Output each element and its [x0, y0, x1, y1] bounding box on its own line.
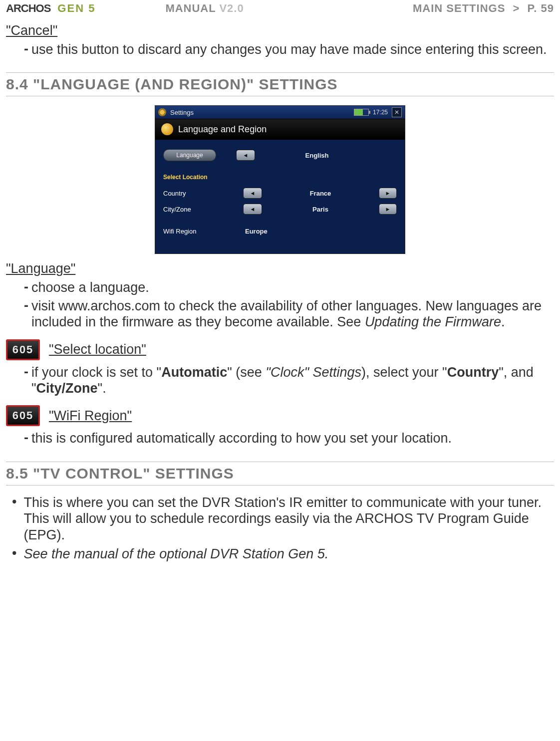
select-location-heading: "Select location" — [49, 342, 146, 357]
model-605-badge: 605 — [6, 339, 40, 360]
battery-icon — [354, 109, 369, 116]
list-text: visit www.archos.com to check the availa… — [31, 298, 554, 330]
breadcrumb: MAIN SETTINGS > P. 59 — [413, 2, 554, 15]
wifi-region-label: Wifi Region — [163, 228, 243, 235]
window-titlebar: Settings 17:25 ✕ — [155, 106, 405, 119]
manual-version: V2.0 — [219, 2, 244, 14]
gear-icon — [158, 108, 166, 116]
product-line: GEN 5 — [57, 2, 95, 15]
country-right-arrow[interactable]: ► — [379, 188, 397, 199]
list-item: - if your clock is set to "Automatic" (s… — [24, 364, 554, 397]
updating-firmware-link[interactable]: Updating the Firmware — [365, 314, 501, 329]
row-wifi-region: Wifi Region Europe — [163, 224, 397, 239]
panel-header: Language and Region — [155, 119, 405, 140]
globe-icon — [161, 123, 173, 135]
list-text: See the manual of the optional DVR Stati… — [23, 546, 554, 562]
country-label: Country — [163, 190, 243, 197]
bullet-dot: • — [12, 494, 16, 509]
bold-automatic: Automatic — [161, 365, 227, 380]
dash-bullet: - — [24, 364, 28, 380]
cityzone-value: Paris — [262, 206, 379, 213]
wifi-region-heading: "WiFi Region" — [49, 408, 132, 424]
language-heading: "Language" — [6, 261, 554, 276]
list-item: • This is where you can set the DVR Stat… — [12, 494, 554, 543]
clock-settings-link[interactable]: "Clock" Settings — [266, 365, 361, 380]
list-item: - this is configured automatically accor… — [24, 430, 554, 446]
row-select-location: Select Location — [163, 170, 397, 185]
select-location-list: - if your clock is set to "Automatic" (s… — [24, 364, 554, 397]
list-item: - visit www.archos.com to check the avai… — [24, 298, 554, 330]
list-item: - choose a language. — [24, 279, 554, 295]
dash-bullet: - — [24, 430, 28, 446]
list-text: This is where you can set the DVR Statio… — [23, 494, 554, 543]
close-button[interactable]: ✕ — [392, 107, 402, 117]
text-run: ), select your " — [361, 365, 447, 380]
dash-bullet: - — [24, 41, 28, 57]
cancel-list: - use this button to discard any changes… — [24, 41, 554, 57]
list-text: use this button to discard any changes y… — [31, 41, 554, 57]
row-cityzone: City/Zone ◄ Paris ► — [163, 202, 397, 217]
list-item: - use this button to discard any changes… — [24, 41, 554, 57]
list-text: if your clock is set to "Automatic" (see… — [31, 364, 554, 397]
row-language: Language ◄ English — [163, 148, 397, 163]
bullet-dot: • — [12, 546, 16, 561]
country-left-arrow[interactable]: ◄ — [243, 188, 262, 199]
manual-label: MANUAL V2.0 — [165, 2, 244, 15]
settings-screenshot: Settings 17:25 ✕ Language and Region Lan… — [155, 105, 405, 254]
text-run: if your clock is set to " — [31, 365, 161, 380]
clock-time: 17:25 — [373, 109, 388, 116]
model-605-badge: 605 — [6, 405, 40, 426]
panel-body: Language ◄ English Select Location Count… — [155, 140, 405, 253]
language-list: - choose a language. - visit www.archos.… — [24, 279, 554, 330]
select-location-badge-row: 605 "Select location" — [6, 339, 554, 360]
manual-word: MANUAL — [165, 2, 216, 14]
section-8-4-title: 8.4 "LANGUAGE (AND REGION)" SETTINGS — [6, 72, 554, 96]
screenshot-wrap: Settings 17:25 ✕ Language and Region Lan… — [6, 105, 554, 254]
list-text: choose a language. — [31, 279, 554, 295]
list-text: this is configured automatically accordi… — [31, 430, 554, 446]
row-country: Country ◄ France ► — [163, 186, 397, 201]
text-run: " (see — [227, 365, 266, 380]
language-value: English — [255, 152, 379, 159]
dash-bullet: - — [24, 298, 28, 313]
cityzone-left-arrow[interactable]: ◄ — [243, 204, 262, 215]
cancel-heading: "Cancel" — [6, 23, 554, 38]
bold-cityzone: City/Zone — [36, 381, 98, 396]
language-button-wrap: Language — [163, 149, 216, 161]
wifi-region-list: - this is configured automatically accor… — [24, 430, 554, 446]
breadcrumb-section: MAIN SETTINGS — [413, 2, 505, 14]
tv-control-list: • This is where you can set the DVR Stat… — [12, 494, 554, 562]
cityzone-right-arrow[interactable]: ► — [379, 204, 397, 215]
text-run: . — [501, 314, 505, 329]
language-left-arrow[interactable]: ◄ — [236, 150, 255, 161]
section-8-5-title: 8.5 "TV CONTROL" SETTINGS — [6, 462, 554, 486]
select-location-label: Select Location — [163, 174, 243, 181]
window-title: Settings — [170, 109, 194, 116]
bold-country: Country — [447, 365, 499, 380]
wifi-region-value: Europe — [243, 228, 397, 235]
language-button[interactable]: Language — [163, 149, 216, 161]
dash-bullet: - — [24, 279, 28, 295]
page-number: P. 59 — [527, 2, 554, 14]
country-value: France — [262, 190, 379, 197]
list-item: • See the manual of the optional DVR Sta… — [12, 546, 554, 562]
wifi-region-badge-row: 605 "WiFi Region" — [6, 405, 554, 426]
text-run: ". — [98, 381, 106, 396]
doc-header: ARCHOS GEN 5 MANUAL V2.0 MAIN SETTINGS >… — [6, 0, 554, 16]
breadcrumb-sep: > — [513, 2, 520, 14]
brand-logo: ARCHOS — [6, 2, 50, 15]
cityzone-label: City/Zone — [163, 206, 243, 213]
panel-title: Language and Region — [178, 124, 267, 135]
